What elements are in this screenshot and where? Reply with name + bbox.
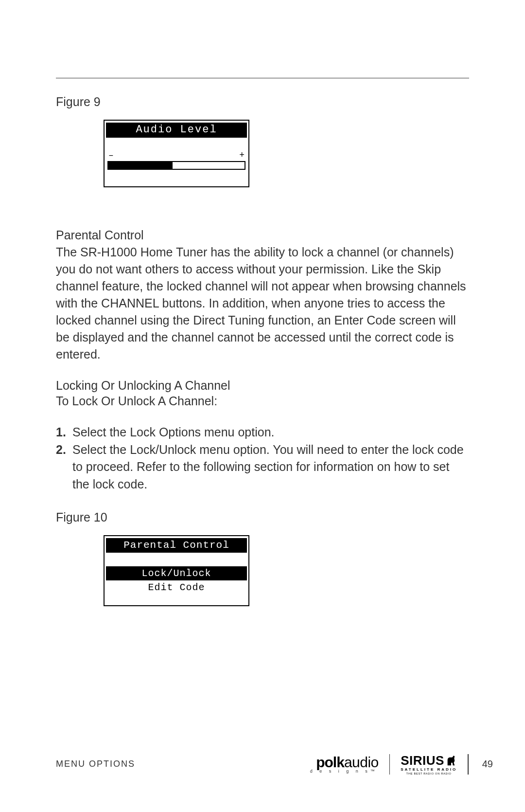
sirius-logo-text: SIRIUS: [401, 753, 444, 768]
footer-logos: polkaudio d e s i g n s™ SIRIUS SATELLIT…: [310, 753, 469, 775]
figure-10-label: Figure 10: [56, 510, 469, 524]
logo-divider-2: [468, 754, 469, 775]
step-text: Select the Lock Options menu option.: [72, 424, 469, 441]
parental-control-screen-title: Parental Control: [106, 538, 247, 553]
step-text: Select the Lock/Unlock menu option. You …: [72, 441, 469, 493]
logo-divider: [389, 754, 390, 775]
sirius-logo: SIRIUS SATELLITE RADIO THE BEST RADIO ON…: [401, 753, 457, 775]
step-1: 1. Select the Lock Options menu option.: [56, 424, 469, 441]
polk-audio-logo: polkaudio d e s i g n s™: [310, 755, 379, 774]
audio-level-fill: [108, 162, 173, 169]
step-2: 2. Select the Lock/Unlock menu option. Y…: [56, 441, 469, 493]
figure-9-screen: Audio Level – +: [104, 120, 249, 187]
polk-logo-light: audio: [344, 754, 379, 770]
steps-list: 1. Select the Lock Options menu option. …: [56, 424, 469, 493]
audio-level-range: – +: [105, 138, 248, 160]
sirius-dog-icon: [446, 755, 456, 767]
audio-level-bar: [107, 161, 245, 170]
figure-9-label: Figure 9: [56, 95, 469, 109]
audio-level-title: Audio Level: [106, 123, 247, 138]
page-number: 49: [482, 758, 493, 770]
page-footer: MENU OPTIONS polkaudio d e s i g n s™ SI…: [56, 753, 493, 775]
polk-logo-sub: d e s i g n s™: [310, 769, 379, 774]
sirius-logo-sub: SATELLITE RADIO: [401, 767, 457, 772]
locking-heading: Locking Or Unlocking A Channel: [56, 379, 469, 393]
screen-gap: [105, 553, 248, 566]
sirius-logo-tag: THE BEST RADIO ON RADIO: [401, 772, 457, 775]
figure-10-screen: Parental Control Lock/Unlock Edit Code: [104, 535, 249, 606]
step-number: 2.: [56, 441, 72, 493]
locking-intro: To Lock Or Unlock A Channel:: [56, 394, 469, 408]
parental-control-heading: Parental Control: [56, 228, 469, 242]
menu-item-lock-unlock: Lock/Unlock: [106, 566, 247, 580]
parental-control-body: The SR-H1000 Home Tuner has the ability …: [56, 244, 469, 363]
top-rule: [56, 78, 469, 78]
footer-section-label: MENU OPTIONS: [56, 759, 135, 769]
minus-icon: –: [108, 150, 114, 160]
plus-icon: +: [239, 150, 245, 160]
step-number: 1.: [56, 424, 72, 441]
polk-logo-bold: polk: [316, 754, 344, 770]
menu-item-edit-code: Edit Code: [105, 580, 248, 595]
screen-bottom-gap: [105, 595, 248, 605]
